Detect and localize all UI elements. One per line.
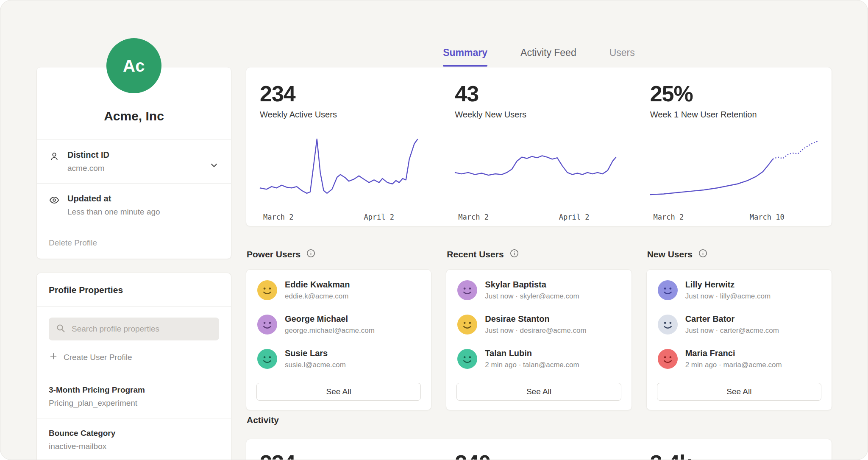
user-name: George Michael — [285, 314, 375, 324]
activity-stat: 3.4k — [650, 452, 818, 460]
power-users-section: Power Users Eddie Kwakman eddie.k@acme.c… — [246, 248, 431, 410]
avatar-initials: Ac — [123, 56, 145, 75]
recent-users-section: Recent Users Skylar Baptista Just now · … — [446, 248, 632, 410]
info-icon[interactable] — [698, 248, 708, 260]
user-row[interactable]: Eddie Kwakman eddie.k@acme.com — [246, 273, 431, 307]
user-name: Lilly Herwitz — [685, 280, 771, 290]
distinct-id-value: acme.com — [67, 164, 201, 173]
property-item[interactable]: 3-Month Pricing Program Pricing_plan_exp… — [37, 375, 231, 418]
user-name: Maria Franci — [685, 348, 782, 358]
updated-at-row: Updated at Less than one minute ago — [37, 184, 231, 227]
property-value: Pricing_plan_experiment — [49, 399, 219, 408]
weekly-new-users-sparkline — [455, 136, 623, 203]
user-meta: 2 min ago · talan@acme.com — [485, 361, 579, 369]
user-row[interactable]: Carter Bator Just now · carter@acme.com — [647, 307, 832, 342]
updated-at-value: Less than one minute ago — [67, 207, 219, 217]
metric-label: Weekly New Users — [455, 110, 623, 120]
create-user-profile-button[interactable]: Create User Profile — [49, 351, 219, 363]
property-search[interactable] — [49, 318, 219, 340]
property-item[interactable]: Bounce Category inactive-mailbox — [37, 418, 231, 460]
recent-users-title: Recent Users — [447, 249, 504, 259]
new-users-title: New Users — [647, 249, 693, 259]
activity-stat: 234 — [260, 452, 428, 460]
metric-week1-retention: 25% Week 1 New User Retention March 2 Ma… — [650, 83, 818, 226]
search-icon — [56, 323, 66, 335]
user-meta: Just now · lilly@acme.com — [685, 292, 771, 301]
new-users-section: New Users Lilly Herwitz Just now · lilly… — [646, 248, 832, 410]
see-all-button[interactable]: See All — [256, 383, 421, 401]
user-name: Desirae Stanton — [485, 314, 586, 324]
user-meta: Just now · carter@acme.com — [685, 326, 779, 335]
user-avatar-icon — [257, 280, 277, 300]
axis-end-label: March 10 — [750, 213, 785, 221]
property-value: inactive-mailbox — [49, 442, 219, 451]
delete-profile-button[interactable]: Delete Profile — [37, 227, 231, 259]
company-avatar: Ac — [106, 38, 161, 93]
see-all-button[interactable]: See All — [657, 383, 821, 401]
new-users-card: Lilly Herwitz Just now · lilly@acme.com … — [646, 269, 832, 410]
property-search-input[interactable] — [71, 324, 212, 334]
user-row[interactable]: Lilly Herwitz Just now · lilly@acme.com — [647, 273, 832, 307]
user-row[interactable]: Talan Lubin 2 min ago · talan@acme.com — [446, 342, 631, 376]
person-icon — [49, 151, 60, 164]
user-avatar-icon — [457, 315, 477, 335]
metric-weekly-new-users: 43 Weekly New Users March 2 April 2 — [455, 83, 623, 226]
week1-retention-sparkline — [650, 136, 818, 203]
user-avatar-icon — [257, 315, 277, 335]
profile-properties-title: Profile Properties — [37, 273, 231, 306]
power-users-card: Eddie Kwakman eddie.k@acme.com George Mi… — [246, 269, 431, 410]
user-name: Skylar Baptista — [485, 280, 579, 290]
x-axis-labels: March 2 April 2 — [263, 213, 394, 221]
axis-end-label: April 2 — [559, 213, 590, 221]
profile-page: Ac Acme, Inc Distinct ID acme.com — [0, 0, 868, 460]
user-row[interactable]: Desirae Stanton Just now · desirare@acme… — [446, 307, 631, 342]
main-content: Summary Activity Feed Users 234 Weekly A… — [246, 0, 832, 460]
updated-at-label: Updated at — [67, 194, 219, 204]
create-user-profile-label: Create User Profile — [64, 353, 132, 362]
activity-title: Activity — [247, 415, 279, 425]
chevron-down-icon[interactable] — [209, 160, 219, 172]
tab-summary[interactable]: Summary — [443, 47, 487, 67]
distinct-id-label: Distinct ID — [67, 150, 201, 160]
property-label: Bounce Category — [49, 429, 219, 438]
user-row[interactable]: George Michael george.michael@acme.com — [246, 307, 431, 342]
x-axis-labels: March 2 April 2 — [458, 213, 589, 221]
user-avatar-icon — [457, 349, 477, 369]
info-icon[interactable] — [509, 248, 519, 260]
user-avatar-icon — [658, 280, 678, 300]
metric-weekly-active-users: 234 Weekly Active Users March 2 April 2 — [260, 83, 428, 226]
recent-users-card: Skylar Baptista Just now · skyler@acme.c… — [446, 269, 632, 410]
user-row[interactable]: Maria Franci 2 min ago · maria@acme.com — [647, 342, 832, 376]
activity-stat: 240 — [455, 452, 623, 460]
tab-bar: Summary Activity Feed Users — [246, 47, 832, 67]
user-avatar-icon — [658, 315, 678, 335]
distinct-id-row[interactable]: Distinct ID acme.com — [37, 140, 231, 183]
metric-label: Week 1 New User Retention — [650, 110, 818, 120]
user-name: Susie Lars — [285, 348, 346, 358]
power-users-title: Power Users — [247, 249, 300, 259]
user-name: Eddie Kwakman — [285, 280, 350, 290]
info-icon[interactable] — [306, 248, 316, 260]
user-meta: 2 min ago · maria@acme.com — [685, 361, 782, 369]
axis-start-label: March 2 — [263, 213, 294, 221]
tab-users[interactable]: Users — [609, 47, 635, 67]
see-all-button[interactable]: See All — [456, 383, 621, 401]
user-meta: eddie.k@acme.com — [285, 292, 350, 301]
metric-value: 234 — [260, 83, 428, 105]
metric-label: Weekly Active Users — [260, 110, 428, 120]
user-name: Carter Bator — [685, 314, 779, 324]
user-row[interactable]: Skylar Baptista Just now · skyler@acme.c… — [446, 273, 631, 307]
profile-properties-card: Profile Properties Create User Profile 3… — [36, 273, 231, 460]
user-avatar-icon — [658, 349, 678, 369]
axis-end-label: April 2 — [364, 213, 394, 221]
tab-activity-feed[interactable]: Activity Feed — [520, 47, 576, 67]
metric-value: 25% — [650, 83, 818, 105]
activity-card: 234 240 3.4k — [246, 439, 832, 460]
user-lists: Power Users Eddie Kwakman eddie.k@acme.c… — [246, 248, 832, 410]
user-avatar-icon — [457, 280, 477, 300]
axis-start-label: March 2 — [458, 213, 489, 221]
user-name: Talan Lubin — [485, 348, 579, 358]
axis-start-label: March 2 — [654, 213, 684, 221]
user-row[interactable]: Susie Lars susie.l@acme.com — [246, 342, 431, 376]
user-meta: george.michael@acme.com — [285, 326, 375, 335]
